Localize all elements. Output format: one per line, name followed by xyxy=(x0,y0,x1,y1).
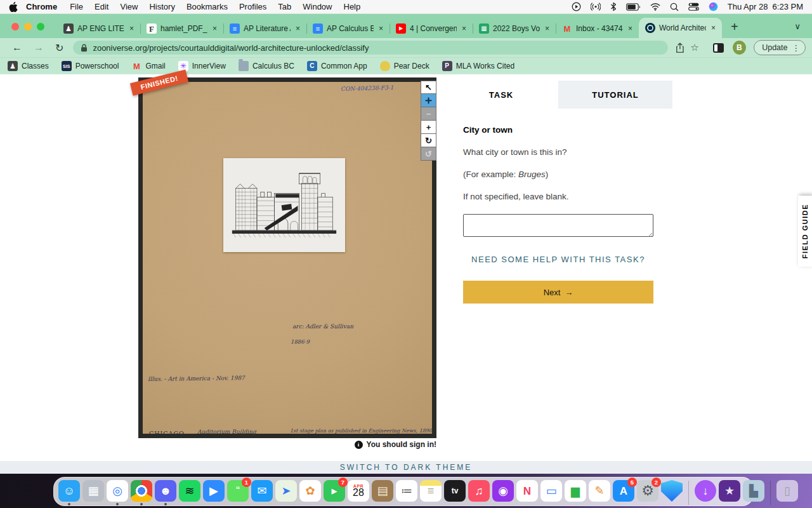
chrome-update-button[interactable]: Update ⋮ xyxy=(754,40,806,55)
dock-pages-icon[interactable]: ✎ xyxy=(588,479,611,506)
dock-system-settings-icon[interactable]: ⚙2 xyxy=(636,479,659,506)
menu-item-file[interactable]: File xyxy=(64,2,89,11)
window-zoom-button[interactable] xyxy=(37,23,44,30)
menu-item-edit[interactable]: Edit xyxy=(89,2,114,11)
dock-calendar-icon[interactable]: APR28 xyxy=(347,479,370,506)
dock-notes-icon[interactable]: ≡ xyxy=(419,479,442,506)
browser-tab[interactable]: ▦2022 Boys Volle× xyxy=(473,19,556,38)
dock-podcasts-icon[interactable]: ◉ xyxy=(492,479,514,506)
bookmark-classes[interactable]: ♟Classes xyxy=(8,61,49,71)
dock-spotify-icon[interactable]: ≋ xyxy=(178,479,201,506)
address-bar[interactable]: zooniverse.org/projects/courtaulddigital… xyxy=(73,41,667,55)
kebab-menu-icon[interactable]: ⋮ xyxy=(792,43,801,53)
dock-mail-icon[interactable]: ✉ xyxy=(251,479,273,506)
close-icon[interactable]: × xyxy=(710,23,717,32)
browser-tab[interactable]: ♟AP ENG LITERA× xyxy=(57,19,140,38)
close-icon[interactable]: × xyxy=(294,24,301,33)
menubar-clock[interactable]: Thu Apr 28 6:23 PM xyxy=(728,2,803,11)
menu-item-bookmarks[interactable]: Bookmarks xyxy=(181,2,233,11)
spotlight-icon[interactable] xyxy=(670,3,679,11)
menu-item-view[interactable]: View xyxy=(114,2,143,11)
zoom-in-tool-button[interactable]: + xyxy=(421,121,436,134)
airdrop-icon[interactable] xyxy=(591,2,601,11)
menu-item-tab[interactable]: Tab xyxy=(272,2,297,11)
browser-tab[interactable]: MInbox - 43474@× xyxy=(556,19,639,38)
profile-avatar[interactable]: B xyxy=(733,41,747,55)
browser-tab[interactable]: ≡AP Literature A× xyxy=(223,19,306,38)
close-icon[interactable]: × xyxy=(544,24,551,33)
play-circle-icon[interactable] xyxy=(572,2,581,11)
dock-keynote-icon[interactable]: ▭ xyxy=(540,479,563,506)
dock-installer-icon[interactable]: ↓ xyxy=(694,479,717,506)
dock-minimized-window-icon[interactable]: ▙ xyxy=(742,479,765,506)
next-button[interactable]: Next → xyxy=(463,281,653,304)
menu-item-chrome[interactable]: Chrome xyxy=(20,2,64,11)
dock-music-icon[interactable]: ♫ xyxy=(468,479,490,506)
pointer-tool-button[interactable]: ↖ xyxy=(421,81,436,94)
bookmark-calculus-bc[interactable]: Calculus BC xyxy=(239,61,294,71)
bookmark-mla-works-cited[interactable]: PMLA Works Cited xyxy=(442,61,514,71)
tab-task[interactable]: TASK xyxy=(444,81,558,109)
browser-tab[interactable]: Fhamlet_PDF_Fo× xyxy=(140,19,223,38)
window-minimize-button[interactable] xyxy=(24,23,32,30)
browser-tab[interactable]: World Architect× xyxy=(639,18,722,38)
menu-item-history[interactable]: History xyxy=(143,2,180,11)
dock-vpn-shield-icon[interactable] xyxy=(660,479,683,506)
bookmark-powerschool[interactable]: SISPowerschool xyxy=(62,61,119,71)
dock-apple-tv-icon[interactable]: tv xyxy=(443,479,466,506)
bookmark-common-app[interactable]: CCommon App xyxy=(307,61,367,71)
browser-tab[interactable]: ≡AP Calculus BC× xyxy=(306,19,390,38)
dock-trash-icon[interactable]: ▯ xyxy=(776,479,799,506)
dock-messages-icon[interactable]: “1 xyxy=(226,479,249,506)
menu-item-window[interactable]: Window xyxy=(297,2,337,11)
dock-finder-icon[interactable]: ☺ xyxy=(58,479,81,506)
task-help-link[interactable]: NEED SOME HELP WITH THIS TASK? xyxy=(463,255,653,264)
pan-tool-button[interactable]: ✛ xyxy=(421,94,436,107)
dock-photos-icon[interactable]: ✿ xyxy=(299,479,322,506)
dock-launchpad-icon[interactable]: ▦ xyxy=(82,479,105,506)
close-icon[interactable]: × xyxy=(461,24,468,33)
sidebar-toggle-icon[interactable] xyxy=(713,43,724,53)
back-button[interactable]: ← xyxy=(6,42,28,53)
bookmark-gmail[interactable]: MGmail xyxy=(131,61,165,71)
close-icon[interactable]: × xyxy=(211,24,218,33)
field-guide-tab[interactable]: FIELD GUIDE xyxy=(798,196,812,267)
display-toggles-icon[interactable] xyxy=(688,3,699,11)
battery-icon[interactable] xyxy=(626,3,641,11)
bluetooth-icon[interactable] xyxy=(610,2,617,11)
subject-viewer[interactable]: CON-404238-F3-1 xyxy=(138,77,436,438)
tab-tutorial[interactable]: TUTORIAL xyxy=(558,81,672,109)
switch-theme-link[interactable]: SWITCH TO DARK THEME xyxy=(340,463,473,472)
share-icon[interactable] xyxy=(676,43,684,53)
bookmark-star-icon[interactable]: ☆ xyxy=(690,42,698,53)
menu-item-help[interactable]: Help xyxy=(338,2,367,11)
dock-facetime-icon[interactable]: ▸7 xyxy=(323,479,346,506)
dock-maps-icon[interactable]: ➤ xyxy=(275,479,298,506)
browser-tab[interactable]: ▶4 | Convergent× xyxy=(390,19,473,38)
dock-discord-icon[interactable]: ☻ xyxy=(154,479,177,506)
bookmark-pear-deck[interactable]: Pear Deck xyxy=(380,61,429,71)
rotate-tool-button[interactable]: ↻ xyxy=(421,134,436,147)
city-input[interactable] xyxy=(463,214,653,237)
dock-app-store-icon[interactable]: A5 xyxy=(612,479,635,506)
apple-menu-icon[interactable] xyxy=(9,2,18,12)
dock-news-icon[interactable]: N xyxy=(516,479,539,506)
dock-safari-icon[interactable]: ◎ xyxy=(106,479,129,506)
close-icon[interactable]: × xyxy=(377,24,384,33)
dock-imovie-icon[interactable]: ★ xyxy=(718,479,741,506)
reload-button[interactable]: ↻ xyxy=(49,42,69,54)
dock-chrome-icon[interactable] xyxy=(130,479,153,506)
dock-zoom-icon[interactable]: ▶ xyxy=(202,479,225,506)
close-icon[interactable]: × xyxy=(627,24,634,33)
window-close-button[interactable] xyxy=(11,23,19,30)
siri-icon[interactable] xyxy=(709,2,718,11)
dock-contacts-icon[interactable]: ▤ xyxy=(371,479,394,506)
reset-tool-button[interactable]: ↺ xyxy=(421,147,436,161)
tab-search-chevron-icon[interactable]: ∨ xyxy=(794,22,801,31)
menu-item-profiles[interactable]: Profiles xyxy=(233,2,272,11)
zoom-out-tool-button[interactable]: − xyxy=(421,107,436,121)
new-tab-button[interactable]: + xyxy=(731,20,738,34)
wifi-icon[interactable] xyxy=(650,3,660,11)
dock-numbers-icon[interactable]: ▆ xyxy=(564,479,587,506)
dock-reminders-icon[interactable]: ≔ xyxy=(395,479,418,506)
